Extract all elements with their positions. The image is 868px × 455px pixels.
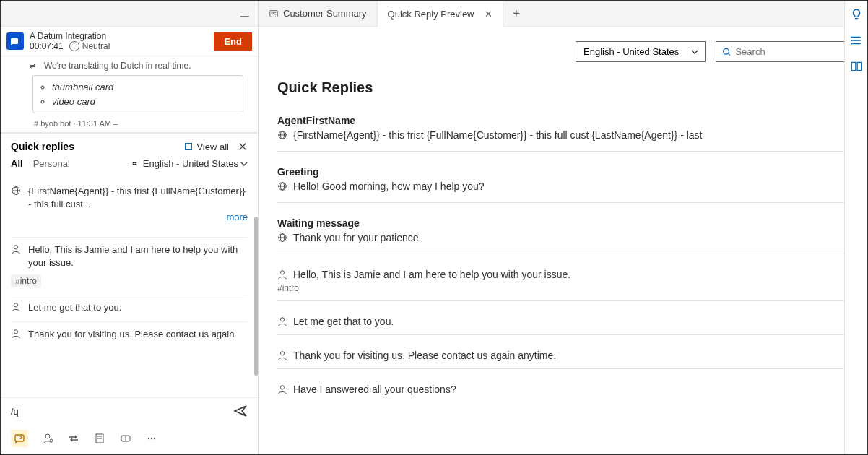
- card-item[interactable]: video card: [52, 95, 233, 109]
- channel-icon: [6, 32, 24, 50]
- quick-reply-list: {FirstName{Agent}} - this frist {FullNam…: [1, 173, 258, 397]
- open-icon: [183, 142, 194, 152]
- search-icon: [722, 47, 731, 57]
- person-icon: [11, 302, 21, 312]
- svg-point-38: [280, 318, 284, 321]
- session-title: A Datum Integration: [30, 31, 208, 41]
- reply-group[interactable]: Hello, This is Jamie and I am here to he…: [277, 269, 849, 301]
- quick-reply-item[interactable]: {FirstName{Agent}} - this frist {FullNam…: [11, 179, 248, 238]
- tab-bar: Customer Summary Quick Reply Preview ✕ ＋: [259, 1, 867, 27]
- svg-rect-1: [11, 38, 18, 44]
- summary-icon: [269, 9, 279, 19]
- message-input-row: /q: [1, 397, 258, 424]
- quick-replies-flyout: Quick replies View all All Personal ⇄ En…: [1, 132, 258, 454]
- tab-quick-reply-preview[interactable]: Quick Reply Preview ✕: [378, 1, 503, 27]
- globe-icon: [277, 130, 287, 140]
- session-header: A Datum Integration 00:07:41 Neutral End: [1, 27, 258, 56]
- sentiment-indicator: Neutral: [69, 41, 110, 51]
- svg-point-12: [45, 434, 50, 438]
- cards-list: thumbnail card video card: [32, 75, 243, 113]
- lightbulb-icon[interactable]: [850, 8, 863, 21]
- transfer-icon[interactable]: [67, 432, 80, 445]
- svg-text:⇄: ⇄: [30, 62, 35, 70]
- person-icon: [11, 244, 21, 254]
- scrollbar-thumb[interactable]: [254, 217, 258, 376]
- right-rail: [844, 1, 867, 454]
- reply-group[interactable]: AgentFirstName {FirstName{Agent}} - this…: [277, 115, 849, 152]
- page-title: Quick Replies: [277, 79, 849, 96]
- person-icon: [277, 350, 287, 360]
- svg-point-45: [851, 36, 852, 38]
- translate-notice: ⇄ We're translating to Dutch in real-tim…: [1, 56, 258, 75]
- tab-all[interactable]: All: [11, 158, 23, 169]
- language-dropdown[interactable]: English - United States: [576, 41, 706, 62]
- person-icon: [277, 316, 287, 326]
- svg-point-40: [280, 386, 284, 389]
- message-input[interactable]: /q: [11, 406, 19, 417]
- search-input[interactable]: [735, 46, 842, 57]
- svg-point-21: [154, 438, 155, 439]
- svg-point-9: [14, 303, 17, 307]
- globe-icon: [277, 181, 287, 191]
- minimize-icon[interactable]: [239, 8, 251, 20]
- end-button[interactable]: End: [214, 32, 252, 51]
- reply-group[interactable]: Have I answered all your questions?: [277, 384, 849, 402]
- reply-group[interactable]: Let me get that to you.: [277, 316, 849, 335]
- globe-icon: [277, 233, 287, 243]
- agent-script-icon[interactable]: [850, 34, 863, 47]
- person-icon: [277, 384, 287, 394]
- quick-reply-item[interactable]: Thank you for visiting us. Please contac…: [11, 322, 248, 348]
- more-link[interactable]: more: [11, 210, 248, 230]
- chat-toolbar: [1, 424, 258, 454]
- consult-icon[interactable]: [41, 432, 54, 445]
- svg-line-27: [729, 53, 730, 55]
- translate-icon: ⇄: [30, 61, 40, 71]
- main-content: Customer Summary Quick Reply Preview ✕ ＋…: [259, 1, 867, 454]
- svg-point-47: [851, 43, 852, 44]
- svg-text:⇄: ⇄: [132, 160, 137, 167]
- add-tab-button[interactable]: ＋: [503, 1, 529, 26]
- conversation-panel: A Datum Integration 00:07:41 Neutral End…: [1, 1, 259, 454]
- notes-icon[interactable]: [93, 432, 106, 445]
- svg-point-10: [14, 329, 17, 333]
- person-icon: [11, 329, 21, 339]
- person-icon: [277, 269, 287, 280]
- svg-point-19: [148, 438, 149, 439]
- neutral-face-icon: [69, 41, 79, 51]
- search-box[interactable]: [716, 41, 849, 62]
- knowledge-icon[interactable]: [119, 432, 132, 445]
- reply-group[interactable]: Greeting Hello! Good morning, how may I …: [277, 166, 849, 203]
- tab-customer-summary[interactable]: Customer Summary: [259, 1, 378, 26]
- svg-rect-22: [270, 10, 278, 17]
- close-icon[interactable]: [238, 142, 248, 152]
- card-item[interactable]: thumbnail card: [52, 80, 233, 95]
- svg-point-13: [50, 439, 53, 442]
- chevron-down-icon: [240, 160, 248, 168]
- tab-personal[interactable]: Personal: [33, 158, 70, 169]
- quick-replies-icon[interactable]: [11, 430, 28, 447]
- send-icon[interactable]: [233, 404, 248, 418]
- more-icon[interactable]: [145, 432, 158, 445]
- left-top-bar: [1, 1, 258, 27]
- svg-point-46: [851, 40, 852, 41]
- tag-intro: #intro: [11, 274, 41, 287]
- quick-replies-title: Quick replies: [11, 141, 74, 152]
- quick-reply-item[interactable]: Hello, This is Jamie and I am here to he…: [11, 238, 248, 295]
- reply-group[interactable]: Thank you for visiting us. Please contac…: [277, 350, 849, 369]
- svg-rect-3: [186, 144, 192, 150]
- svg-point-8: [14, 246, 17, 249]
- session-timer: 00:07:41: [30, 41, 64, 51]
- knowledge-book-icon[interactable]: [850, 60, 863, 73]
- svg-point-37: [280, 271, 284, 274]
- chevron-down-icon: [690, 48, 699, 56]
- view-all-link[interactable]: View all: [183, 142, 229, 152]
- translate-icon: ⇄: [132, 160, 141, 168]
- chat-meta: # byob bot · 11:31 AM –: [1, 118, 258, 132]
- svg-point-26: [724, 48, 729, 54]
- quick-reply-item[interactable]: Let me get that to you.: [11, 295, 248, 322]
- svg-point-20: [151, 438, 152, 439]
- reply-group[interactable]: Waiting message Thank you for your patie…: [277, 217, 849, 254]
- close-tab-icon[interactable]: ✕: [485, 9, 492, 20]
- quick-lang-selector[interactable]: ⇄ English - United States: [132, 158, 248, 169]
- svg-point-39: [280, 352, 284, 355]
